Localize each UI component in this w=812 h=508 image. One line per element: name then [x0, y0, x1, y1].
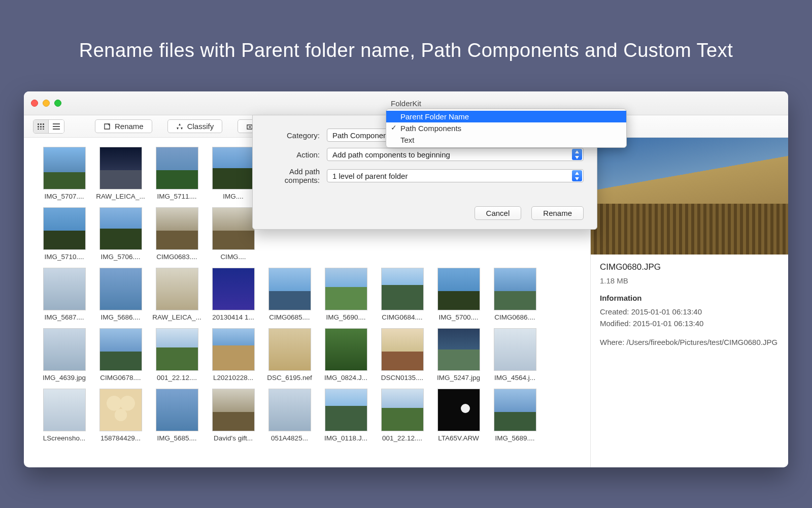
classify-label: Classify	[187, 122, 214, 131]
zoom-window-button[interactable]	[54, 100, 61, 107]
thumbnail-filename: IMG_5710....	[44, 253, 84, 261]
dropdown-item[interactable]: Parent Folder Name	[386, 111, 626, 122]
thumbnail-cell[interactable]: CIMG0684....	[376, 268, 428, 321]
thumbnail-cell[interactable]: LScreensho...	[38, 389, 90, 442]
thumbnail-cell[interactable]: David's gift...	[207, 389, 259, 442]
thumbnail-cell[interactable]: IMG_5706....	[94, 207, 147, 261]
thumbnail-cell[interactable]: DSC_6195.nef	[263, 328, 316, 382]
window-controls	[31, 100, 61, 107]
thumbnail-cell[interactable]: 051A4825...	[263, 389, 316, 442]
thumbnail-filename: IMG_5685....	[157, 434, 196, 442]
thumbnail-cell[interactable]: RAW_LEICA_...	[94, 147, 147, 200]
thumbnail-filename: IMG_5686....	[100, 313, 140, 321]
list-view-button[interactable]	[49, 120, 64, 133]
thumbnail-cell[interactable]: IMG_5710....	[38, 207, 90, 261]
thumbnail-cell[interactable]: IMG_5707....	[38, 147, 90, 200]
classify-icon	[176, 123, 183, 130]
thumbnail-cell[interactable]: DSCN0135....	[376, 328, 428, 382]
thumbnail-cell[interactable]: IMG_5687....	[38, 268, 90, 321]
thumbnail-cell[interactable]: IMG_5247.jpg	[432, 328, 485, 382]
thumbnail-filename: IMG_5247.jpg	[437, 374, 480, 382]
svg-rect-3	[38, 126, 39, 128]
thumbnail-image	[325, 268, 367, 310]
dropdown-item[interactable]: Text	[386, 134, 626, 146]
thumbnail-filename: IMG_5707....	[44, 193, 84, 200]
minimize-window-button[interactable]	[43, 100, 50, 107]
thumbnail-cell[interactable]: IMG_0118.J...	[320, 389, 372, 442]
cancel-button[interactable]: Cancel	[475, 206, 522, 220]
thumbnail-cell[interactable]: LTA65V.ARW	[432, 389, 485, 442]
thumbnail-image	[381, 389, 424, 431]
thumbnail-cell[interactable]: IMG_4564.j...	[489, 328, 541, 382]
thumbnail-cell[interactable]: IMG_5686....	[94, 268, 147, 321]
thumbnail-cell[interactable]: CIMG....	[207, 207, 259, 261]
thumbnail-cell[interactable]: CIMG0678....	[94, 328, 147, 382]
where-row: Where: /Users/fireebok/Pictures/test/CIM…	[600, 336, 779, 348]
svg-rect-6	[38, 129, 39, 130]
where-value: /Users/fireebok/Pictures/test/CIMG0680.J…	[627, 338, 778, 346]
thumbnail-filename: CIMG0685....	[269, 313, 310, 321]
where-label: Where:	[600, 338, 624, 346]
created-label: Created:	[600, 307, 629, 316]
thumbnail-filename: DSC_6195.nef	[267, 374, 312, 382]
confirm-rename-button[interactable]: Rename	[531, 206, 584, 220]
thumbnail-cell[interactable]: CIMG0686....	[489, 268, 541, 321]
stepper-icon	[572, 149, 582, 160]
thumbnail-filename: CIMG0678....	[100, 374, 141, 382]
selected-file-size: 1.18 MB	[600, 275, 779, 287]
thumbnail-filename: RAW_LEICA_...	[96, 193, 145, 200]
grid-view-button[interactable]	[33, 120, 49, 133]
stepper-icon	[572, 170, 582, 181]
category-value: Path Components	[332, 131, 393, 140]
thumbnail-image	[494, 389, 536, 431]
thumbnail-image	[99, 147, 142, 189]
thumbnail-filename: 001_22.12....	[382, 434, 422, 442]
thumbnail-image	[212, 268, 255, 310]
thumbnail-image	[268, 268, 311, 310]
thumbnail-image	[437, 268, 480, 310]
view-mode-toggle	[33, 119, 64, 134]
thumbnail-cell[interactable]: L20210228...	[207, 328, 259, 382]
thumbnail-filename: IMG....	[223, 193, 244, 200]
thumbnail-filename: IMG_0824.J...	[324, 374, 367, 382]
dropdown-item[interactable]: Path Components	[386, 122, 626, 134]
thumbnail-cell[interactable]: IMG_5689....	[489, 389, 541, 442]
thumbnail-cell[interactable]: 001_22.12....	[151, 328, 203, 382]
thumbnail-cell[interactable]: RAW_LEICA_...	[151, 268, 203, 321]
svg-rect-4	[40, 126, 42, 128]
thumbnail-cell[interactable]: IMG_0824.J...	[320, 328, 372, 382]
action-select[interactable]: Add path components to beginning	[327, 148, 584, 161]
grid-icon	[38, 123, 45, 130]
thumbnail-cell[interactable]: 20130414 1...	[207, 268, 259, 321]
thumbnail-cell[interactable]: 001_22.12....	[376, 389, 428, 442]
thumbnail-image	[268, 328, 311, 371]
thumbnail-image	[156, 389, 198, 431]
svg-rect-5	[43, 126, 44, 128]
thumbnail-filename: LTA65V.ARW	[438, 434, 479, 442]
thumbnail-cell[interactable]: 158784429...	[94, 389, 147, 442]
level-select[interactable]: 1 level of parent folder	[327, 169, 584, 182]
thumbnail-cell[interactable]: IMG_5711....	[151, 147, 203, 200]
category-dropdown: Parent Folder NamePath ComponentsText	[386, 109, 627, 148]
thumbnail-cell[interactable]: IMG_4639.jpg	[38, 328, 90, 382]
thumbnail-image	[437, 389, 480, 431]
svg-rect-0	[38, 123, 39, 125]
thumbnail-filename: IMG_0118.J...	[324, 434, 367, 442]
thumbnail-cell[interactable]: CIMG0683....	[151, 207, 203, 261]
list-icon	[53, 123, 60, 130]
thumbnail-cell[interactable]: CIMG0685....	[263, 268, 316, 321]
close-window-button[interactable]	[31, 100, 38, 107]
thumbnail-image	[99, 207, 142, 250]
thumbnail-filename: IMG_4639.jpg	[43, 374, 86, 382]
thumbnail-cell[interactable]: IMG....	[207, 147, 259, 200]
action-label: Action:	[266, 150, 327, 159]
classify-button[interactable]: Classify	[167, 119, 223, 133]
thumbnail-cell[interactable]: IMG_5685....	[151, 389, 203, 442]
thumbnail-filename: CIMG0683....	[156, 253, 197, 261]
rename-button[interactable]: Rename	[95, 119, 152, 133]
thumbnail-cell[interactable]: IMG_5690....	[320, 268, 372, 321]
svg-rect-7	[40, 129, 42, 130]
svg-rect-9	[53, 123, 60, 124]
thumbnail-cell[interactable]: IMG_5700....	[432, 268, 485, 321]
thumbnail-filename: 20130414 1...	[212, 313, 254, 321]
